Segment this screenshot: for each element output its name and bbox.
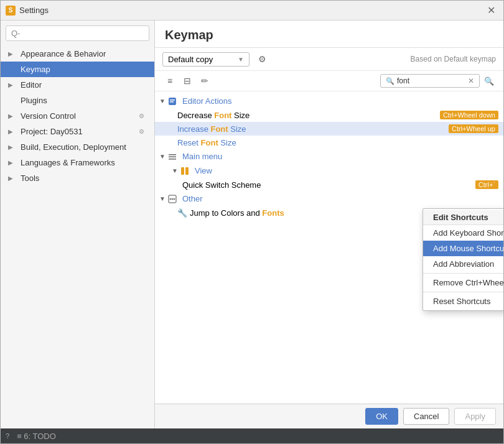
quick-switch-label: Quick Switch Scheme bbox=[182, 180, 261, 190]
sidebar-item-editor[interactable]: ▶ Editor bbox=[1, 77, 154, 93]
sidebar-item-label: Build, Execution, Deployment bbox=[21, 142, 126, 152]
expand-all-button[interactable]: ≡ bbox=[162, 73, 177, 88]
context-menu: Edit Shortcuts Add Keyboard Shortcut Add… bbox=[422, 208, 503, 311]
svg-rect-7 bbox=[185, 167, 189, 175]
search-icon: 🔍 bbox=[386, 77, 394, 85]
sidebar-item-appearance[interactable]: ▶ Appearance & Behavior bbox=[1, 46, 154, 62]
status-bar: ? ≡ 6: TODO bbox=[1, 428, 503, 443]
sidebar-item-label: Languages & Frameworks bbox=[21, 158, 115, 167]
increase-font-shortcut: Ctrl+Wheel up bbox=[449, 124, 498, 133]
action-search-field[interactable]: 🔍 ✕ bbox=[380, 74, 480, 88]
chevron-down-icon: ▼ bbox=[157, 153, 167, 160]
other-label: Other bbox=[180, 193, 205, 205]
keymap-toolbar: Default copy ▼ ⚙ Based on Default keymap bbox=[155, 48, 503, 71]
sidebar-search[interactable]: Q- bbox=[6, 25, 149, 41]
tree-row-decrease-font[interactable]: Decrease Font Size Ctrl+Wheel down bbox=[155, 108, 503, 122]
view-label: View bbox=[192, 165, 215, 177]
reset-font-label: Reset Font Size bbox=[177, 138, 236, 147]
chevron-down-icon: ▼ bbox=[157, 195, 167, 202]
window-title: Settings bbox=[19, 6, 483, 15]
sidebar-search-input[interactable] bbox=[22, 29, 144, 38]
sidebar-item-label: Editor bbox=[21, 80, 42, 90]
main-menu-label: Main menu bbox=[180, 150, 225, 162]
sidebar-item-list: ▶ Appearance & Behavior ▶ Keymap ▶ Edito… bbox=[1, 46, 154, 428]
chevron-right-icon: ▶ bbox=[8, 128, 16, 136]
tree-row-other[interactable]: ▼ Other bbox=[155, 192, 503, 206]
context-menu-title: Edit Shortcuts bbox=[433, 213, 488, 222]
sidebar-item-label: Project: Day0531 bbox=[21, 127, 83, 136]
panel-title: Keymap bbox=[155, 21, 503, 48]
ok-button[interactable]: OK bbox=[365, 408, 398, 425]
search-icon: Q- bbox=[11, 29, 20, 38]
svg-rect-3 bbox=[169, 154, 176, 155]
chevron-right-icon: ▶ bbox=[8, 113, 16, 120]
editor-actions-label: Editor Actions bbox=[180, 95, 235, 107]
sidebar-item-project[interactable]: ▶ Project: Day0531 ⚙ bbox=[1, 124, 154, 139]
wrench-icon: 🔧 bbox=[177, 208, 187, 218]
app-icon: S bbox=[6, 6, 16, 16]
svg-rect-1 bbox=[170, 99, 175, 101]
svg-point-11 bbox=[174, 198, 175, 200]
tree-area: ▼ Editor Actions Decrease Font Size Ctrl… bbox=[155, 91, 503, 404]
tree-row-view[interactable]: ▼ View bbox=[155, 164, 503, 178]
keymap-gear-button[interactable]: ⚙ bbox=[254, 52, 269, 67]
svg-point-10 bbox=[172, 198, 174, 200]
status-todo: ≡ 6: TODO bbox=[17, 432, 56, 441]
chevron-down-icon: ▼ bbox=[157, 98, 167, 104]
context-menu-divider bbox=[423, 273, 503, 274]
svg-point-9 bbox=[170, 198, 172, 200]
title-bar: S Settings ✕ bbox=[1, 1, 503, 21]
svg-rect-6 bbox=[181, 167, 184, 175]
chevron-down-icon: ▼ bbox=[170, 167, 180, 174]
chevron-right-icon: ▶ bbox=[8, 50, 16, 58]
sidebar-item-label: Keymap bbox=[21, 65, 50, 74]
sidebar-item-label: Appearance & Behavior bbox=[21, 49, 106, 58]
chevron-down-icon: ▼ bbox=[238, 56, 244, 63]
apply-button[interactable]: Apply bbox=[454, 408, 496, 425]
context-menu-add-abbrev[interactable]: Add Abbreviation bbox=[423, 256, 503, 272]
sidebar-item-version-control[interactable]: ▶ Version Control ⚙ bbox=[1, 108, 154, 124]
tree-row-editor-actions[interactable]: ▼ Editor Actions bbox=[155, 94, 503, 108]
sidebar-item-tools[interactable]: ▶ Tools bbox=[1, 170, 154, 186]
chevron-right-icon: ▶ bbox=[8, 175, 16, 182]
based-on-label: Based on Default keymap bbox=[411, 55, 496, 63]
bottom-bar: OK Cancel Apply bbox=[155, 404, 503, 428]
cancel-button[interactable]: Cancel bbox=[403, 408, 449, 425]
sidebar: Q- ▶ Appearance & Behavior ▶ Keymap ▶ Ed… bbox=[1, 21, 155, 428]
close-button[interactable]: ✕ bbox=[483, 3, 498, 18]
context-menu-add-mouse[interactable]: Add Mouse Shortcut bbox=[423, 241, 503, 256]
right-panel: Keymap Default copy ▼ ⚙ Based on Default… bbox=[155, 21, 503, 428]
tree-row-increase-font[interactable]: Increase Font Size Ctrl+Wheel up bbox=[155, 122, 503, 136]
sidebar-item-languages[interactable]: ▶ Languages & Frameworks bbox=[1, 155, 154, 170]
status-help-icon: ? bbox=[6, 432, 9, 440]
edit-shortcut-button[interactable]: ✏ bbox=[197, 73, 212, 88]
action-search-input[interactable] bbox=[397, 76, 465, 85]
quick-switch-shortcut: Ctrl+` bbox=[475, 180, 498, 189]
svg-rect-5 bbox=[169, 159, 176, 160]
decrease-font-shortcut: Ctrl+Wheel down bbox=[440, 111, 498, 119]
main-menu-icon bbox=[167, 152, 177, 162]
chevron-right-icon: ▶ bbox=[8, 81, 16, 89]
collapse-all-button[interactable]: ⊟ bbox=[180, 73, 195, 88]
editor-actions-icon bbox=[167, 96, 177, 106]
sidebar-item-label: Plugins bbox=[21, 96, 47, 105]
context-menu-remove-ctrl[interactable]: Remove Ctrl+Wheel down bbox=[423, 275, 503, 290]
context-menu-add-keyboard[interactable]: Add Keyboard Shortcut bbox=[423, 225, 503, 241]
sidebar-item-build[interactable]: ▶ Build, Execution, Deployment bbox=[1, 139, 154, 155]
chevron-right-icon: ▶ bbox=[8, 159, 16, 167]
tree-row-quick-switch[interactable]: Quick Switch Scheme Ctrl+` bbox=[155, 178, 503, 192]
search-options-button[interactable]: 🔍 bbox=[482, 74, 496, 88]
tree-row-main-menu[interactable]: ▼ Main menu bbox=[155, 149, 503, 164]
context-menu-divider2 bbox=[423, 292, 503, 292]
sidebar-item-keymap[interactable]: ▶ Keymap bbox=[1, 62, 154, 77]
other-icon bbox=[167, 194, 177, 204]
main-content: Q- ▶ Appearance & Behavior ▶ Keymap ▶ Ed… bbox=[1, 21, 503, 428]
search-clear-icon[interactable]: ✕ bbox=[468, 76, 474, 85]
sidebar-item-label: Version Control bbox=[21, 111, 76, 121]
svg-rect-4 bbox=[169, 156, 176, 157]
tree-row-reset-font[interactable]: Reset Font Size bbox=[155, 136, 503, 149]
sidebar-item-plugins[interactable]: ▶ Plugins bbox=[1, 93, 154, 108]
context-menu-reset[interactable]: Reset Shortcuts bbox=[423, 294, 503, 309]
settings-window: S Settings ✕ Q- ▶ Appearance & Behavior … bbox=[0, 0, 504, 444]
keymap-dropdown[interactable]: Default copy ▼ bbox=[162, 52, 250, 67]
